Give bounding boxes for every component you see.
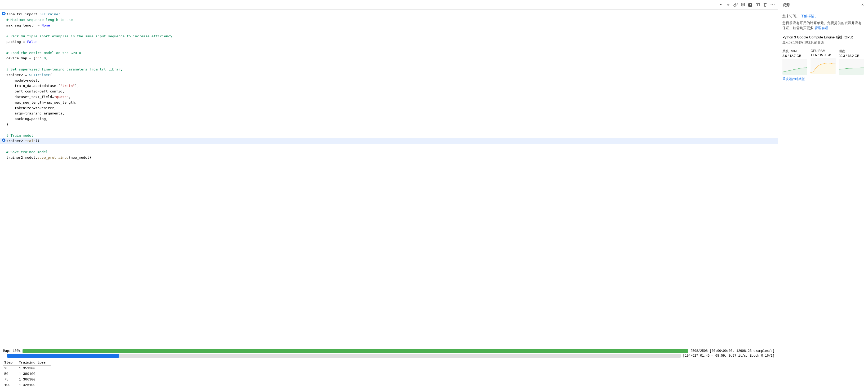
code-text [6, 61, 8, 67]
table-cell-step: 100 [3, 382, 18, 388]
code-text: dataset_text_field="quote", [6, 94, 71, 100]
code-line [0, 45, 778, 50]
backend-title: Python 3 Google Compute Engine 后端 (GPU) [782, 35, 864, 40]
code-text [6, 28, 8, 34]
table-cell-step: 75 [3, 377, 18, 382]
map-progress-label: Map: 100% [3, 349, 21, 353]
code-line: packing = False [0, 39, 778, 45]
code-text: # Set supervised fine-tuning parameters … [6, 67, 122, 72]
code-line: dataset_text_field="quote", [0, 94, 778, 100]
code-text: peft_config=peft_config, [6, 89, 64, 94]
move-up-button[interactable] [718, 2, 723, 8]
mirror-button[interactable] [755, 2, 761, 8]
train-progress-fill [7, 354, 119, 358]
table-cell-loss: 1.366300 [18, 377, 51, 382]
line-gutter [1, 12, 6, 16]
resources-title: 资源 [782, 3, 790, 7]
table-header-loss: Training Loss [18, 360, 51, 366]
comment-button[interactable] [740, 2, 746, 8]
code-text: model=model, [6, 78, 39, 84]
code-text: max_seq_length=max_seq_length, [6, 100, 77, 106]
close-button[interactable]: × [861, 3, 864, 7]
code-text: trainer2.model.save_pretrained(new_model… [6, 155, 91, 160]
code-line: device_map = {"": 0} [0, 56, 778, 61]
gpu-ram-card: GPU RAM 11.6 / 15.0 GB [810, 49, 835, 75]
table-header-step: Step [3, 360, 18, 366]
code-text: trainer2 = SFTTrainer( [6, 72, 52, 78]
table-cell-loss: 1.389100 [18, 371, 51, 377]
resources-body: 您未订阅。 了解详情。 您目前没有可用的计算单元。免费提供的资源并没有保证。如需… [778, 10, 868, 85]
subscribe-link[interactable]: 了解详情。 [801, 14, 818, 18]
table-row: 1001.425100 [3, 382, 51, 388]
code-text [6, 144, 8, 149]
code-line: trainer2 = SFTTrainer( [0, 72, 778, 78]
table-cell-step: 50 [3, 371, 18, 377]
table-row: 501.389100 [3, 371, 51, 377]
code-line [0, 61, 778, 67]
run-indicator [2, 12, 6, 16]
code-text: packing=packing, [6, 116, 48, 122]
line-gutter [1, 138, 6, 142]
svg-point-7 [774, 4, 775, 5]
gpu-ram-chart [810, 58, 835, 74]
subscribe-text: 您未订阅。 [782, 14, 800, 18]
code-line: # Train model [0, 133, 778, 139]
link-button[interactable] [733, 2, 738, 8]
subscribe-notice: 您未订阅。 了解详情。 [782, 13, 864, 19]
disk-chart [839, 59, 864, 75]
system-ram-chart [782, 59, 807, 75]
code-line: from trl import SFTTrainer [0, 12, 778, 17]
svg-point-6 [772, 4, 773, 5]
code-scroll-area[interactable]: from trl import SFTTrainer # Maximum seq… [0, 9, 778, 347]
change-runtime-link[interactable]: 重改运行时类型 [782, 77, 805, 81]
code-text: # Pack multiple short examples in the sa… [6, 34, 172, 39]
table-row: 751.366300 [3, 377, 51, 382]
gpu-ram-value: 11.6 / 15.0 GB [810, 53, 835, 57]
code-line: tokenizer=tokenizer, [0, 106, 778, 111]
table-cell-loss: 1.351300 [18, 366, 51, 371]
code-text: from trl import SFTTrainer [6, 12, 60, 17]
code-toolbar [0, 0, 778, 9]
map-progress-fill [23, 349, 688, 353]
resources-panel: 资源 × 您未订阅。 了解详情。 您目前没有可用的计算单元。免费提供的资源并没有… [778, 0, 868, 390]
disk-value: 39.3 / 78.2 GB [839, 54, 864, 58]
code-content: from trl import SFTTrainer # Maximum seq… [0, 9, 778, 163]
code-text: # Train model [6, 133, 33, 139]
code-text: args=training_arguments, [6, 111, 64, 116]
table-cell-step: 25 [3, 366, 18, 371]
subscribe-notice2: 您目前没有可用的计算单元。免费提供的资源并没有保证。如需购买更多 管理会话 [782, 21, 864, 31]
code-text: # Save trained model [6, 149, 48, 155]
svg-rect-4 [758, 3, 760, 6]
code-line [0, 28, 778, 34]
train-progress-bar [7, 354, 681, 358]
svg-rect-0 [741, 3, 745, 6]
code-line: # Set supervised fine-tuning parameters … [0, 67, 778, 72]
gpu-ram-label: GPU RAM [810, 49, 835, 53]
disk-card: 磁盘 39.3 / 78.2 GB [839, 49, 864, 75]
code-text: max_seq_length = None [6, 23, 50, 28]
table-cell-loss: 1.425100 [18, 382, 51, 388]
svg-rect-3 [756, 3, 757, 6]
code-text [6, 127, 8, 133]
system-ram-card: 系统 RAM 3.6 / 12.7 GB [782, 49, 807, 75]
map-progress-row: Map: 100% 2508/2508 [00:00<00:00, 12608.… [3, 349, 774, 353]
settings-button[interactable] [747, 2, 753, 8]
code-line [0, 127, 778, 133]
more-button[interactable] [770, 2, 776, 8]
move-down-button[interactable] [725, 2, 731, 8]
train-progress-row: [104/627 01:45 < 08:59, 0.97 it/s, Epoch… [3, 354, 774, 358]
backend-subtitle: 显示09:10到09:18之间的资源 [782, 40, 864, 45]
code-text: trainer2.train() [6, 138, 39, 144]
map-progress-bar [23, 349, 688, 353]
code-text: ) [6, 122, 8, 127]
code-text: # Load the entire model on the GPU 0 [6, 50, 81, 56]
code-text: train_dataset=dataset["train"], [6, 83, 79, 89]
delete-button[interactable] [762, 2, 768, 8]
manage-link[interactable]: 管理会话 [814, 26, 828, 30]
metrics-row: 系统 RAM 3.6 / 12.7 GB GPU RAM 11.6 / 15.0… [782, 49, 864, 75]
training-table: Step Training Loss 251.351300501.3891007… [3, 360, 51, 388]
code-text: packing = False [6, 39, 37, 45]
code-line [0, 144, 778, 149]
system-ram-label: 系统 RAM [782, 49, 807, 54]
code-line: peft_config=peft_config, [0, 89, 778, 94]
